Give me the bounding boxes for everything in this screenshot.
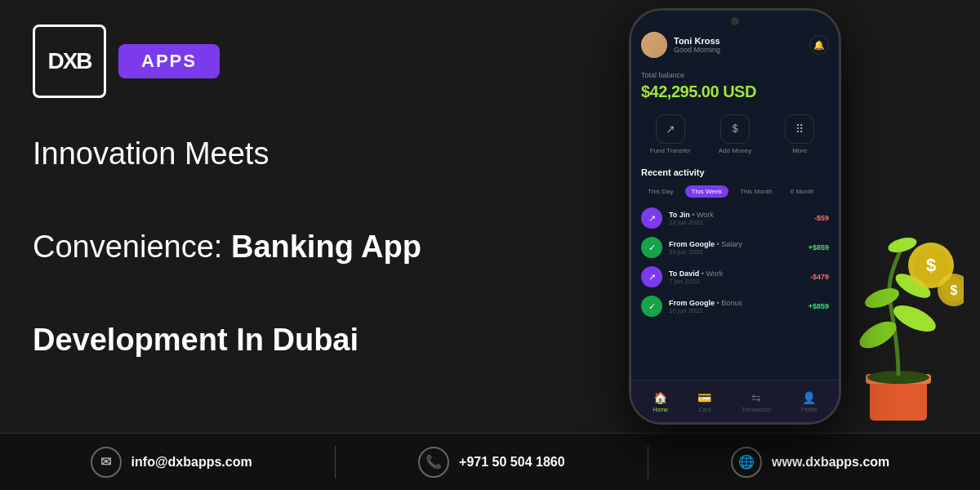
tx-info: To Jin • Work 12 jun 2022 — [669, 211, 714, 226]
add-money-icon: ＄ — [720, 114, 750, 144]
website-text: www.dxbapps.com — [772, 455, 889, 470]
tx-amount: -$59 — [814, 214, 829, 222]
tx-icon-out: ↗ — [641, 207, 662, 229]
tab-this-month[interactable]: This Month — [733, 185, 779, 198]
profile-icon: 👤 — [802, 391, 816, 404]
svg-text:$: $ — [951, 283, 958, 297]
tx-name: To David • Work — [669, 270, 723, 278]
transaction-item: ↗ To David • Work 7 jun 2022 -$479 — [641, 266, 829, 287]
headline: Innovation Meets Convenience: Banking Ap… — [33, 131, 441, 363]
fund-transfer-icon: ↗ — [656, 114, 685, 144]
svg-point-4 — [890, 300, 940, 336]
tab-6-month[interactable]: 6 Month — [784, 185, 821, 198]
app-header: Toni Kross Good Morning 🔔 — [641, 32, 829, 58]
more-label: More — [792, 147, 807, 154]
nav-transaction-label: Transaction — [742, 407, 771, 412]
avatar-image — [641, 32, 667, 58]
tx-date: 7 jun 2022 — [669, 278, 723, 285]
phone-text: +971 50 504 1860 — [459, 455, 564, 470]
phone-screen: Toni Kross Good Morning 🔔 Total balance … — [631, 11, 839, 422]
nav-profile[interactable]: 👤 Profile — [801, 391, 817, 412]
tx-left: ✓ From Google • Salary 10 jun 2022 — [641, 237, 742, 258]
tx-name: From Google • Salary — [669, 240, 742, 248]
contact-bar: ✉ info@dxbapps.com 📞 +971 50 504 1860 🌐 … — [0, 433, 980, 490]
nav-card-label: Card — [698, 407, 710, 412]
add-money-label: Add Money — [719, 147, 751, 154]
email-text: info@dxbapps.com — [131, 455, 252, 470]
tab-this-day[interactable]: This Day — [641, 185, 680, 198]
user-text: Toni Kross Good Morning — [674, 36, 720, 54]
tx-info: To David • Work 7 jun 2022 — [669, 270, 723, 285]
phone-icon: 📞 — [418, 447, 449, 478]
recent-activity-title: Recent activity — [641, 167, 829, 177]
apps-badge: APPS — [118, 44, 220, 78]
bottom-nav: 🏠 Home 💳 Card ⇆ Transaction 👤 Profile — [631, 380, 839, 422]
card-icon: 💳 — [697, 391, 711, 404]
action-fund-transfer[interactable]: ↗ Fund Transfer — [641, 114, 699, 154]
transaction-icon: ⇆ — [751, 391, 761, 404]
transaction-item: ✓ From Google • Salary 10 jun 2022 +$859 — [641, 237, 829, 258]
nav-home[interactable]: 🏠 Home — [653, 391, 668, 412]
action-more[interactable]: ⠿ More — [771, 114, 829, 154]
phone-mockup: Toni Kross Good Morning 🔔 Total balance … — [629, 8, 841, 425]
transaction-item: ↗ To Jin • Work 12 jun 2022 -$59 — [641, 207, 829, 229]
tx-left: ↗ To Jin • Work 12 jun 2022 — [641, 207, 714, 229]
user-greeting: Good Morning — [674, 46, 720, 54]
tx-icon-out: ↗ — [641, 266, 662, 287]
logo-box: DXB — [33, 24, 106, 98]
tx-left: ✓ From Google • Bonus 10 jun 2022 — [641, 296, 742, 317]
tx-icon-in: ✓ — [641, 296, 662, 317]
tx-left: ↗ To David • Work 7 jun 2022 — [641, 266, 723, 287]
contact-phone: 📞 +971 50 504 1860 — [418, 447, 564, 478]
bell-icon[interactable]: 🔔 — [809, 35, 829, 55]
tx-amount: -$479 — [810, 273, 829, 281]
nav-card[interactable]: 💳 Card — [697, 391, 711, 412]
headline-line3: Development In Dubai — [33, 323, 359, 357]
contact-website: 🌐 www.dxbapps.com — [731, 447, 889, 478]
home-icon: 🏠 — [653, 391, 667, 404]
balance-section: Total balance $42,295.00 USD — [641, 71, 829, 101]
divider-2 — [648, 446, 648, 479]
svg-text:$: $ — [926, 255, 936, 275]
email-icon: ✉ — [91, 447, 122, 478]
phone-camera — [731, 17, 739, 25]
web-icon: 🌐 — [731, 447, 762, 478]
headline-line1: Innovation Meets — [33, 136, 269, 171]
balance-amount: $42,295.00 USD — [641, 82, 829, 101]
tx-icon-in: ✓ — [641, 237, 662, 258]
tx-date: 10 jun 2022 — [669, 307, 742, 314]
svg-rect-0 — [870, 380, 927, 421]
avatar — [641, 32, 667, 58]
nav-profile-label: Profile — [801, 407, 817, 412]
tx-date: 10 jun 2022 — [669, 248, 742, 256]
tx-amount: +$859 — [808, 302, 829, 310]
tx-name: From Google • Bonus — [669, 299, 742, 307]
left-section: DXB APPS Innovation Meets Convenience: B… — [33, 0, 441, 490]
user-name: Toni Kross — [674, 36, 720, 46]
logo-text: DXB — [47, 48, 91, 74]
tab-row: This Day This Week This Month 6 Month — [641, 185, 829, 198]
divider-1 — [335, 446, 336, 479]
tx-date: 12 jun 2022 — [669, 219, 714, 226]
nav-home-label: Home — [653, 407, 668, 412]
tx-amount: +$859 — [808, 243, 829, 252]
logo-container: DXB APPS — [33, 24, 441, 98]
plant-decoration: $ $ — [825, 220, 964, 433]
fund-transfer-label: Fund Transfer — [650, 147, 691, 154]
headline-line2-bold: Banking App — [231, 229, 421, 264]
tx-info: From Google • Bonus 10 jun 2022 — [669, 299, 742, 314]
tx-info: From Google • Salary 10 jun 2022 — [669, 240, 742, 256]
tab-this-week[interactable]: This Week — [685, 185, 729, 198]
transaction-item: ✓ From Google • Bonus 10 jun 2022 +$859 — [641, 296, 829, 317]
action-add-money[interactable]: ＄ Add Money — [706, 114, 764, 154]
tx-name: To Jin • Work — [669, 211, 714, 219]
contact-email: ✉ info@dxbapps.com — [91, 447, 252, 478]
balance-label: Total balance — [641, 71, 829, 79]
quick-actions: ↗ Fund Transfer ＄ Add Money ⠿ More — [641, 114, 829, 154]
more-icon: ⠿ — [785, 114, 814, 144]
headline-line2-normal: Convenience: — [33, 229, 231, 264]
transaction-list: ↗ To Jin • Work 12 jun 2022 -$59 ✓ From … — [641, 207, 829, 317]
nav-transaction[interactable]: ⇆ Transaction — [742, 391, 771, 412]
user-info: Toni Kross Good Morning — [641, 32, 720, 58]
